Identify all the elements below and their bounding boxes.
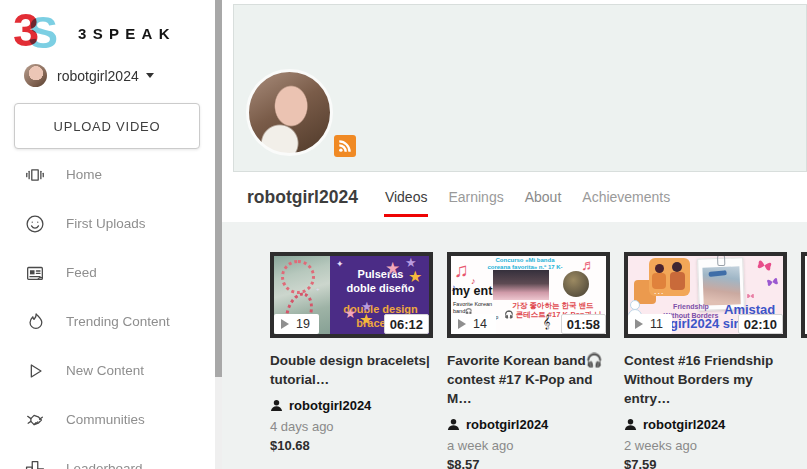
singer-photo (563, 271, 589, 297)
profile-header: robotgirl2024 Videos Earnings About Achi… (222, 172, 807, 222)
view-count: 11 (650, 317, 663, 331)
sidebar-item-label: Feed (66, 265, 97, 280)
video-title[interactable]: Double design bracelets| tutorial… (270, 351, 432, 389)
profile-avatar[interactable] (246, 69, 333, 156)
video-card: Concurso «Mi banda coreana favorita» n.º… (447, 252, 610, 469)
music-note-icon: ♬ (581, 256, 596, 273)
tab-earnings[interactable]: Earnings (448, 172, 503, 222)
duration-badge: 06:12 (384, 314, 429, 334)
3speak-logo-icon: 3 S (13, 8, 65, 58)
page-title: robotgirl2024 (247, 187, 358, 208)
author-icon (624, 418, 637, 431)
duration-badge: 02:10 (738, 314, 783, 334)
sidebar-item-communities[interactable]: Communities (0, 395, 215, 444)
rss-icon[interactable] (334, 135, 356, 157)
paperclip-icon (717, 254, 725, 266)
play-count-icon (635, 319, 643, 329)
user-dropdown[interactable]: robotgirl2024 (24, 64, 154, 87)
illustration (672, 262, 682, 272)
butterfly-icon (746, 292, 755, 300)
logo-s-glyph: S (28, 8, 58, 58)
view-count-badge: 14 (451, 314, 496, 334)
studio-icon (24, 164, 46, 186)
sidebar-item-label: Leaderboard (66, 461, 143, 469)
view-count: 14 (473, 317, 487, 331)
profile-tabs: Videos Earnings About Achievements (385, 172, 670, 222)
butterfly-icon (765, 275, 780, 289)
sidebar-item-new-content[interactable]: New Content (0, 346, 215, 395)
author-name: robotgirl2024 (643, 417, 725, 432)
play-count-icon (458, 319, 466, 329)
user-avatar (24, 64, 47, 87)
play-count-icon (281, 319, 289, 329)
videos-section: Pulseras doble diseño double design brac… (222, 222, 807, 469)
video-thumbnail[interactable] (801, 252, 807, 338)
leaderboard-icon (24, 458, 46, 469)
sidebar-item-home[interactable]: Home (0, 150, 215, 199)
sidebar-menu: Home First Uploads Feed Trending Content (0, 150, 215, 469)
video-earnings: $7.59 (624, 457, 787, 469)
music-note-icon: ♫ (454, 259, 469, 282)
star-icon: ★ (385, 260, 400, 277)
tab-videos[interactable]: Videos (385, 172, 428, 222)
video-author[interactable]: robotgirl2024 (447, 417, 610, 432)
tab-achievements[interactable]: Achievements (582, 172, 670, 222)
star-icon: ★ (359, 312, 373, 328)
video-age: 4 days ago (270, 419, 433, 434)
tab-about[interactable]: About (525, 172, 562, 222)
author-name: robotgirl2024 (289, 398, 371, 413)
video-age: 2 weeks ago (624, 438, 787, 453)
smiley-icon (24, 213, 46, 235)
author-icon (447, 418, 460, 431)
video-thumbnail[interactable]: Concurso «Mi banda coreana favorita» n.º… (447, 252, 610, 338)
sparkle-icon: ✦ (336, 260, 344, 269)
illustration: ... (654, 286, 665, 296)
butterfly-icon (754, 256, 774, 275)
sidebar-item-feed[interactable]: Feed (0, 248, 215, 297)
sidebar-item-leaderboard[interactable]: Leaderboard (0, 444, 215, 469)
sparkle-icon: + (316, 286, 320, 292)
handshake-icon (24, 409, 46, 431)
star-icon: ★ (344, 306, 357, 320)
duration-badge: 01:58 (561, 314, 606, 334)
sidebar-item-trending[interactable]: Trending Content (0, 297, 215, 346)
video-thumbnail[interactable]: Pulseras doble diseño double design brac… (270, 252, 433, 338)
main-content: robotgirl2024 Videos Earnings About Achi… (222, 0, 807, 469)
chevron-down-icon (146, 73, 154, 78)
star-icon: ★ (408, 269, 422, 285)
view-count-badge: 19 (274, 314, 319, 334)
play-outline-icon (24, 360, 46, 382)
video-earnings: $10.68 (270, 438, 433, 453)
video-earnings: $8.57 (447, 457, 610, 469)
illustration (670, 272, 685, 290)
sidebar-item-label: First Uploads (66, 216, 146, 231)
brand-name: 3SPEAK (78, 25, 176, 42)
video-author[interactable]: robotgirl2024 (270, 398, 433, 413)
view-count-badge: 11 (628, 314, 672, 334)
band-photo (493, 270, 549, 300)
user-name: robotgirl2024 (57, 68, 139, 84)
sidebar-item-first-uploads[interactable]: First Uploads (0, 199, 215, 248)
video-title[interactable]: Contest #16 Friendship Without Borders m… (624, 351, 786, 408)
video-title[interactable]: Favorite Korean band🎧 contest #17 K-Pop … (447, 351, 609, 408)
newspaper-icon (24, 262, 46, 284)
sidebar-item-label: New Content (66, 363, 144, 378)
upload-video-button[interactable]: UPLOAD VIDEO (14, 103, 200, 149)
sidebar: 3 S 3SPEAK robotgirl2024 UPLOAD VIDEO Ho… (0, 0, 215, 469)
video-thumbnail[interactable]: ... Friendship Without (624, 252, 787, 338)
profile-banner (233, 4, 807, 172)
video-card-partial (801, 252, 807, 469)
video-card: Pulseras doble diseño double design brac… (270, 252, 433, 469)
sidebar-item-label: Home (66, 167, 102, 182)
video-grid: Pulseras doble diseño double design brac… (270, 252, 807, 469)
vertical-scrollbar-thumb[interactable] (215, 0, 222, 377)
flame-icon (24, 311, 46, 333)
video-author[interactable]: robotgirl2024 (624, 417, 787, 432)
app-window: 3 S 3SPEAK robotgirl2024 UPLOAD VIDEO Ho… (0, 0, 807, 469)
brand-logo[interactable]: 3 S 3SPEAK (13, 8, 176, 58)
sidebar-item-label: Communities (66, 412, 145, 427)
author-name: robotgirl2024 (466, 417, 548, 432)
view-count: 19 (296, 317, 310, 331)
video-card: ... Friendship Without (624, 252, 787, 469)
author-icon (270, 399, 283, 412)
